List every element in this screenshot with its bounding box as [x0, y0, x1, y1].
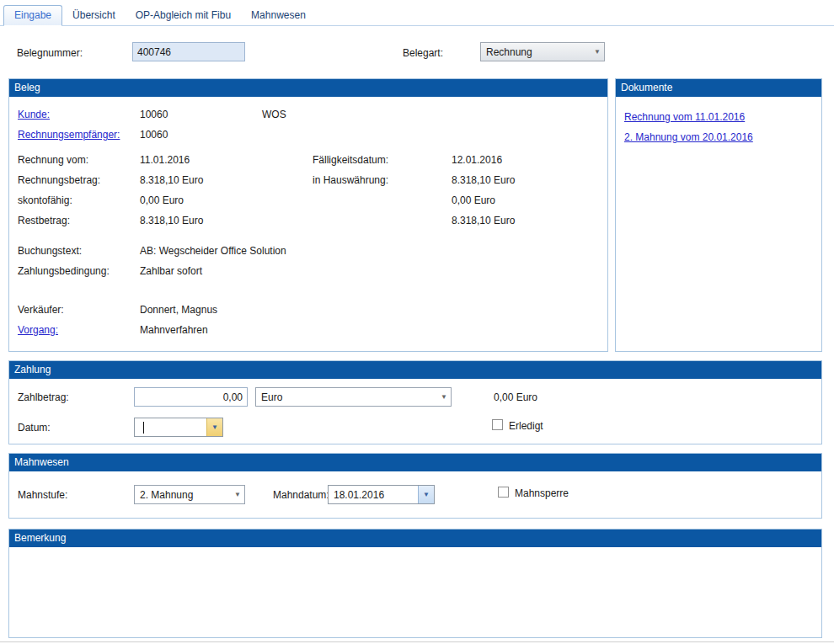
- row-label: Rechnungsbetrag:: [18, 174, 140, 186]
- mahnwesen-panel: Mahnwesen Mahnstufe: 2. Mahnung ▼ Mahnda…: [8, 453, 822, 519]
- tab-eingabe[interactable]: Eingabe: [3, 5, 62, 26]
- row-label2: in Hauswährung:: [313, 174, 452, 186]
- verkaeufer-value: Donnert, Magnus: [140, 304, 607, 316]
- buchungstext-value: AB: Wegscheider Office Solution: [140, 245, 607, 257]
- row-label: Restbetrag:: [18, 215, 140, 226]
- belegnummer-label: Belegnummer:: [17, 47, 83, 59]
- mahnstufe-dropdown[interactable]: 2. Mahnung ▼: [134, 485, 245, 504]
- dokumente-panel-body: Rechnung vom 11.01.2016 2. Mahnung vom 2…: [616, 97, 821, 147]
- table-row: Rechnungsbetrag: 8.318,10 Euro in Hauswä…: [18, 170, 607, 190]
- zahlbetrag-label: Zahlbetrag:: [18, 391, 69, 403]
- row-value2: 12.01.2016: [452, 154, 607, 166]
- row-value: 0,00 Euro: [140, 194, 262, 206]
- waehrung-dropdown[interactable]: Euro ▼: [255, 387, 452, 407]
- datum-datepicker[interactable]: ▼: [134, 418, 223, 437]
- mahnwesen-panel-header: Mahnwesen: [9, 454, 821, 471]
- belegart-label: Belegart:: [403, 47, 443, 59]
- dokumente-panel: Dokumente Rechnung vom 11.01.2016 2. Mah…: [615, 78, 822, 352]
- zahlung-panel: Zahlung Zahlbetrag: Euro ▼ 0,00 Euro Dat…: [8, 360, 822, 444]
- rechnungsempfaenger-row: Rechnungsempfänger: 10060: [18, 125, 607, 145]
- mahndatum-label: Mahndatum:: [273, 489, 329, 501]
- row-label2: Fälligkeitsdatum:: [313, 154, 452, 166]
- erledigt-label: Erledigt: [509, 420, 543, 432]
- mahnsperre-checkbox[interactable]: [498, 487, 509, 498]
- kunde-number: 10060: [140, 109, 262, 120]
- tab-op-abgleich-mit-fibu[interactable]: OP-Abgleich mit Fibu: [126, 6, 241, 25]
- bemerkung-panel: Bemerkung: [8, 529, 822, 638]
- kunde-shortname: WOS: [262, 109, 313, 120]
- mahndatum-datepicker[interactable]: 18.01.2016 ▼: [328, 485, 435, 504]
- tab-mahnwesen[interactable]: Mahnwesen: [241, 6, 316, 25]
- dokumente-panel-header: Dokumente: [616, 79, 821, 97]
- row-value2: 8.318,10 Euro: [452, 215, 607, 226]
- beleg-panel-body: Kunde: 10060 WOS Rechnungsempfänger: 100…: [9, 97, 607, 340]
- row-value2: 8.318,10 Euro: [452, 174, 607, 186]
- table-row: Rechnung vom: 11.01.2016 Fälligkeitsdatu…: [18, 150, 607, 170]
- chevron-down-icon: ▼: [591, 43, 604, 61]
- buchungstext-row: Buchungstext: AB: Wegscheider Office Sol…: [18, 241, 607, 261]
- beleg-panel-header: Beleg: [9, 79, 607, 97]
- zahlbetrag-input[interactable]: [134, 387, 248, 407]
- belegart-value: Rechnung: [481, 46, 591, 58]
- row-label: Rechnung vom:: [18, 154, 140, 166]
- mahnsperre-label: Mahnsperre: [515, 487, 569, 499]
- row-value2: 0,00 Euro: [452, 194, 607, 206]
- chevron-down-icon: ▼: [437, 388, 451, 406]
- datum-value: [135, 419, 206, 436]
- row-label: skontofähig:: [18, 194, 140, 206]
- spacer: [18, 281, 607, 300]
- zahlungsbedingung-label: Zahlungsbedingung:: [18, 265, 140, 277]
- window-bottom-edge: [0, 641, 834, 642]
- hauswaehrung-betrag: 0,00 Euro: [494, 391, 537, 403]
- vorgang-row: Vorgang: Mahnverfahren: [18, 320, 607, 340]
- beleg-panel: Beleg Kunde: 10060 WOS Rechnungsempfänge…: [8, 78, 608, 352]
- row-value: 11.01.2016: [140, 154, 262, 166]
- op-verwaltung-window: Eingabe Übersicht OP-Abgleich mit Fibu M…: [0, 0, 834, 644]
- chevron-down-icon: ▼: [231, 486, 244, 503]
- vorgang-value: Mahnverfahren: [140, 324, 607, 336]
- waehrung-value: Euro: [256, 391, 437, 403]
- tab-bar: Eingabe Übersicht OP-Abgleich mit Fibu M…: [0, 5, 834, 26]
- row-value: 8.318,10 Euro: [140, 215, 262, 226]
- row-value: 8.318,10 Euro: [140, 174, 262, 186]
- calendar-dropdown-icon[interactable]: ▼: [206, 418, 222, 436]
- verkaeufer-label: Verkäufer:: [18, 304, 140, 316]
- rechnungsempfaenger-number: 10060: [140, 129, 262, 141]
- mahndatum-value: 18.01.2016: [329, 489, 418, 501]
- text-caret: [143, 422, 144, 434]
- bemerkung-textarea[interactable]: [9, 547, 821, 636]
- datum-label: Datum:: [18, 422, 51, 434]
- zahlung-panel-header: Zahlung: [9, 361, 821, 379]
- mahnstufe-value: 2. Mahnung: [135, 489, 231, 501]
- kunde-row: Kunde: 10060 WOS: [18, 104, 607, 125]
- dokument-link-mahnung[interactable]: 2. Mahnung vom 20.01.2016: [624, 127, 753, 147]
- calendar-dropdown-icon[interactable]: ▼: [418, 486, 434, 503]
- table-row: Restbetrag: 8.318,10 Euro 8.318,10 Euro: [18, 210, 607, 231]
- belegnummer-input[interactable]: [132, 42, 245, 61]
- zahlungsbedingung-row: Zahlungsbedingung: Zahlbar sofort: [18, 261, 607, 281]
- buchungstext-label: Buchungstext:: [18, 245, 140, 257]
- rechnungsempfaenger-link[interactable]: Rechnungsempfänger:: [18, 129, 120, 141]
- table-row: skontofähig: 0,00 Euro 0,00 Euro: [18, 190, 607, 210]
- mahnstufe-label: Mahnstufe:: [18, 489, 67, 501]
- belegart-dropdown[interactable]: Rechnung ▼: [480, 42, 605, 61]
- spacer: [18, 231, 607, 241]
- dokument-link-rechnung[interactable]: Rechnung vom 11.01.2016: [624, 107, 745, 127]
- tab-uebersicht[interactable]: Übersicht: [62, 6, 126, 25]
- vorgang-link[interactable]: Vorgang:: [18, 324, 58, 336]
- verkaeufer-row: Verkäufer: Donnert, Magnus: [18, 300, 607, 320]
- kunde-link[interactable]: Kunde:: [18, 109, 50, 120]
- bemerkung-panel-header: Bemerkung: [9, 530, 821, 547]
- erledigt-checkbox[interactable]: [492, 419, 503, 430]
- zahlungsbedingung-value: Zahlbar sofort: [140, 265, 607, 277]
